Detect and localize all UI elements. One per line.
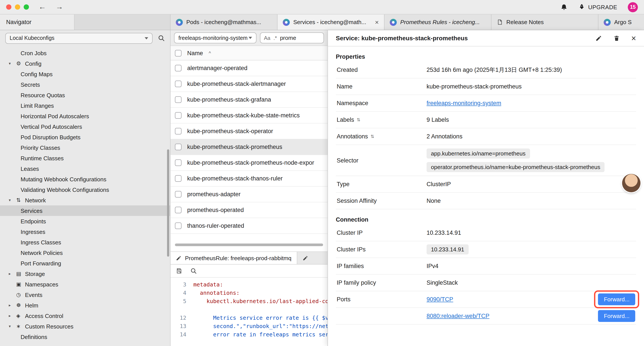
close-icon[interactable]: × <box>631 34 636 42</box>
sidebar-item[interactable]: ◷ Events <box>0 290 170 300</box>
table-row[interactable]: prometheus-adapter <box>170 187 328 202</box>
save-icon[interactable] <box>176 268 182 274</box>
port-link[interactable]: 8080:reloader-web/TCP <box>426 313 490 319</box>
sidebar-item[interactable]: ▸ ▤ Storage <box>0 269 170 279</box>
upgrade-button[interactable]: UPGRADE <box>578 3 617 10</box>
sidebar-item[interactable]: Definitions <box>0 332 170 342</box>
forward-port-button[interactable]: Forward... <box>598 294 635 305</box>
row-checkbox[interactable] <box>175 159 182 166</box>
match-case-toggle[interactable]: Aa <box>264 35 270 41</box>
tree-chevron-icon[interactable]: ▾ <box>9 324 16 329</box>
sidebar-item[interactable]: Secrets <box>0 79 170 90</box>
labels-value[interactable]: 9 Labels <box>426 116 635 123</box>
sidebar-scrollbar[interactable] <box>167 149 169 257</box>
row-checkbox[interactable] <box>175 96 182 103</box>
sidebar-item[interactable]: ▸ ◈ Access Control <box>0 311 170 321</box>
port-link[interactable]: 9090/TCP <box>426 296 453 303</box>
editor-tab-partial[interactable] <box>297 252 314 264</box>
table-row[interactable]: alertmanager-operated <box>170 60 328 76</box>
editor-tab-active[interactable]: PrometheusRule: freeleaps-prod-rabbitmq <box>170 252 297 264</box>
back-button[interactable]: ← <box>38 3 46 11</box>
sidebar-search-icon[interactable] <box>158 34 165 42</box>
sidebar-item[interactable]: Cron Jobs <box>0 48 170 58</box>
horizontal-scrollbar[interactable] <box>175 244 323 246</box>
sidebar-item[interactable]: Port Forwarding <box>0 258 170 269</box>
editor-search-icon[interactable] <box>190 268 197 274</box>
row-checkbox[interactable] <box>175 65 182 71</box>
sidebar-item[interactable]: Priority Classes <box>0 142 170 153</box>
table-row[interactable]: kube-prometheus-stack-prometheus <box>170 139 328 155</box>
user-avatar[interactable] <box>622 174 640 192</box>
sort-ascending-icon[interactable]: ^ <box>209 50 211 56</box>
tree-chevron-icon[interactable]: ▾ <box>9 198 16 202</box>
sidebar-item[interactable]: Endpoints <box>0 216 170 226</box>
row-checkbox[interactable] <box>175 112 182 119</box>
edit-icon[interactable] <box>595 35 602 41</box>
forward-button[interactable]: → <box>56 3 63 11</box>
navigator-tab[interactable]: Navigator <box>0 14 74 30</box>
minimize-window-button[interactable] <box>15 4 20 10</box>
sidebar-item[interactable]: ▸ ☸ Helm <box>0 300 170 311</box>
sidebar-item[interactable]: Ingresses <box>0 226 170 237</box>
table-row[interactable]: kube-prometheus-stack-operator <box>170 123 328 139</box>
table-row[interactable]: kube-prometheus-stack-grafana <box>170 92 328 108</box>
expand-collapse-icon[interactable]: ⇅ <box>371 134 374 139</box>
tab[interactable]: Release Notes <box>492 14 598 30</box>
row-checkbox[interactable] <box>175 81 182 87</box>
table-row[interactable]: kube-prometheus-stack-alertmanager <box>170 76 328 92</box>
name-column-header[interactable]: Name <box>187 50 203 56</box>
table-row[interactable]: prometheus-operated <box>170 202 328 218</box>
sidebar-item[interactable]: Horizontal Pod Autoscalers <box>0 111 170 121</box>
tab-close-icon[interactable]: × <box>375 18 379 26</box>
delete-icon[interactable] <box>613 35 620 41</box>
kubeconfig-select[interactable]: Local Kubeconfigs <box>5 33 152 43</box>
notification-count-badge[interactable]: 15 <box>628 2 638 12</box>
sidebar-item[interactable]: Resource Quotas <box>0 90 170 100</box>
filter-input-box[interactable]: Aa .* <box>260 32 324 43</box>
tree-chevron-icon[interactable]: ▾ <box>9 61 16 66</box>
sidebar-item[interactable]: Services <box>0 205 170 216</box>
table-row[interactable]: kube-prometheus-stack-thanos-ruler <box>170 171 328 187</box>
close-window-button[interactable] <box>6 4 12 10</box>
sidebar-item[interactable]: Limit Ranges <box>0 100 170 111</box>
sidebar-item[interactable]: ▣ Namespaces <box>0 279 170 290</box>
row-checkbox[interactable] <box>175 175 182 182</box>
table-row[interactable]: thanos-ruler-operated <box>170 218 328 234</box>
row-checkbox[interactable] <box>175 207 182 213</box>
table-row[interactable]: kube-prometheus-stack-prometheus-node-ex… <box>170 155 328 171</box>
notifications-bell-icon[interactable] <box>560 3 568 11</box>
row-checkbox[interactable] <box>175 128 182 134</box>
expand-collapse-icon[interactable]: ⇅ <box>357 117 360 122</box>
sidebar-item[interactable]: Leases <box>0 163 170 174</box>
sidebar-item[interactable]: ▾ ∗ Custom Resources <box>0 321 170 332</box>
row-checkbox[interactable] <box>175 191 182 198</box>
tab[interactable]: Pods - icecheng@mathmas... <box>170 14 278 30</box>
annotations-value[interactable]: 2 Annotations <box>426 133 635 140</box>
tree-chevron-icon[interactable]: ▸ <box>9 314 16 318</box>
forward-port-button[interactable]: Forward... <box>598 310 635 322</box>
tab[interactable]: Services - icecheng@math... × <box>278 14 384 30</box>
row-checkbox[interactable] <box>175 144 182 150</box>
sidebar-item[interactable]: Pod Disruption Budgets <box>0 132 170 142</box>
namespace-link[interactable]: freeleaps-monitoring-system <box>426 100 501 106</box>
sidebar-item[interactable]: ▾ ⇅ Network <box>0 195 170 205</box>
tab[interactable]: Argo S <box>598 14 644 30</box>
regex-toggle[interactable]: .* <box>273 35 277 41</box>
row-checkbox[interactable] <box>175 223 182 229</box>
namespace-select[interactable]: freeleaps-monitoring-system <box>174 32 256 43</box>
yaml-editor[interactable]: 3 metadata: 4 annotations: 5 kubectl.kub… <box>170 278 328 346</box>
sidebar-item[interactable]: ▾ ⚙ Config <box>0 58 170 69</box>
tab[interactable]: Prometheus Rules - icecheng... <box>384 14 492 30</box>
sidebar-item[interactable]: Vertical Pod Autoscalers <box>0 121 170 132</box>
tree-chevron-icon[interactable]: ▸ <box>9 272 16 276</box>
sidebar-item[interactable]: Network Policies <box>0 248 170 258</box>
tree-chevron-icon[interactable]: ▸ <box>9 303 16 308</box>
sidebar-item[interactable]: Ingress Classes <box>0 237 170 248</box>
maximize-window-button[interactable] <box>24 4 29 10</box>
select-all-checkbox[interactable] <box>175 50 182 56</box>
table-row[interactable]: kube-prometheus-stack-kube-state-metrics <box>170 108 328 123</box>
scrollbar-thumb[interactable] <box>175 244 323 246</box>
filter-input[interactable] <box>280 34 308 41</box>
sidebar-item[interactable]: Runtime Classes <box>0 153 170 163</box>
sidebar-item[interactable]: Validating Webhook Configurations <box>0 184 170 195</box>
